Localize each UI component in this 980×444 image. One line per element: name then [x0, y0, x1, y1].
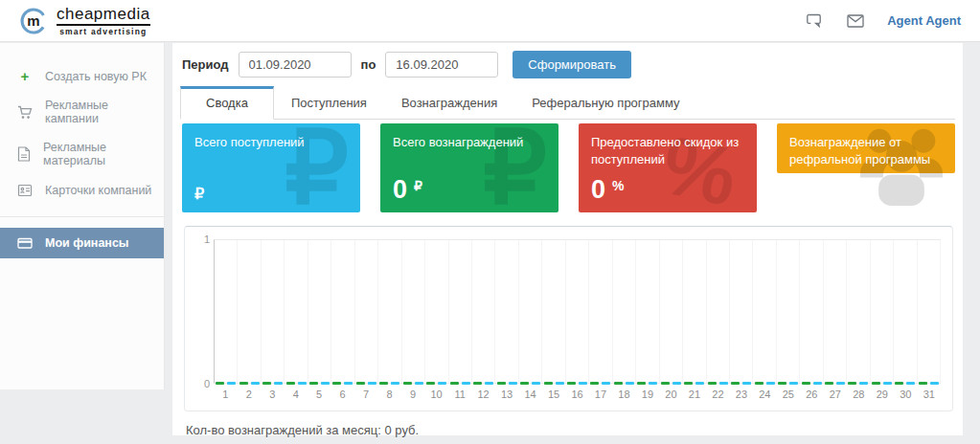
x-tick-label: 7	[354, 388, 377, 400]
x-tick-label: 16	[565, 388, 588, 400]
logo-circle-icon: m	[19, 7, 48, 35]
chart-bar-group-23	[730, 240, 753, 383]
x-tick-label: 28	[847, 388, 870, 400]
period-filter-row: Период по Сформировать	[182, 51, 955, 78]
sidebar-item-my-finances[interactable]: Мои финансы	[0, 228, 164, 258]
card-title: Всего вознаграждений	[393, 134, 546, 151]
x-tick-label: 22	[706, 388, 729, 400]
bar-series-green-day-22	[708, 382, 717, 385]
bar-series-green-day-2	[239, 382, 248, 385]
chart-bar-group-11	[449, 240, 472, 383]
x-tick-label: 10	[424, 388, 447, 400]
chart-bar-group-19	[636, 240, 659, 383]
bar-series-green-day-12	[473, 382, 482, 385]
chart-bar-group-21	[683, 240, 706, 383]
period-from-input[interactable]	[239, 52, 352, 78]
bar-series-green-day-23	[731, 382, 740, 385]
generate-report-button[interactable]: Сформировать	[513, 51, 631, 78]
bar-series-blue-day-2	[251, 382, 260, 385]
bar-series-green-day-5	[309, 382, 318, 385]
bar-series-green-day-26	[802, 382, 810, 385]
bar-series-blue-day-10	[438, 382, 446, 385]
card-value: 0%	[591, 177, 624, 203]
logo-tagline: smart advertising	[59, 28, 147, 36]
bar-series-green-day-15	[544, 382, 553, 385]
bar-series-green-day-29	[872, 382, 880, 385]
cart-icon	[17, 105, 33, 120]
chat-icon[interactable]	[807, 13, 824, 29]
tab-4[interactable]: Реферальную программу	[514, 86, 696, 119]
bar-series-green-day-21	[684, 382, 693, 385]
x-tick-label: 1	[214, 388, 237, 400]
bar-series-blue-day-5	[321, 382, 330, 385]
id-card-icon	[17, 183, 33, 198]
sidebar-item-3[interactable]: Рекламные материалы	[0, 133, 164, 175]
x-tick-label: 23	[730, 388, 753, 400]
bar-series-green-day-19	[637, 382, 646, 385]
bar-series-blue-day-3	[274, 382, 283, 385]
chart-bar-group-25	[777, 240, 800, 383]
bar-series-blue-day-28	[859, 382, 868, 385]
bar-series-blue-day-27	[836, 382, 845, 385]
bar-series-green-day-30	[895, 382, 903, 385]
period-to-input[interactable]	[385, 52, 498, 78]
card-value: ₽	[194, 185, 204, 203]
sidebar-item-1[interactable]: +Создать новую РК	[0, 62, 164, 91]
bar-series-blue-day-14	[532, 382, 540, 385]
bar-series-green-day-3	[262, 382, 271, 385]
bar-series-blue-day-12	[485, 382, 493, 385]
tab-2[interactable]: Поступления	[274, 86, 384, 119]
tab-1[interactable]: Сводка	[180, 86, 274, 120]
user-menu[interactable]: Agent Agent	[887, 13, 961, 28]
bar-series-blue-day-20	[672, 382, 681, 385]
bar-series-green-day-9	[403, 382, 412, 385]
bar-series-green-day-24	[755, 382, 763, 385]
bar-series-green-day-8	[379, 382, 388, 385]
summary-card-4: Вознаграждение от рефральной программы	[777, 123, 955, 173]
chart-bar-group-6	[331, 240, 354, 383]
chart-bar-group-5	[308, 240, 331, 383]
x-tick-label: 4	[284, 388, 307, 400]
x-tick-label: 2	[237, 388, 260, 400]
bar-series-green-day-4	[286, 382, 295, 385]
sidebar-item-label: Мои финансы	[45, 236, 129, 250]
x-tick-label: 3	[261, 388, 284, 400]
bar-series-green-day-14	[520, 382, 529, 385]
chart-bar-group-26	[800, 240, 823, 383]
bar-series-blue-day-7	[368, 382, 376, 385]
x-tick-label: 27	[824, 388, 847, 400]
sidebar-item-2[interactable]: Рекламные кампании	[0, 91, 164, 133]
chart-bar-group-9	[402, 240, 425, 383]
chart-bar-group-18	[613, 240, 636, 383]
period-to-label: по	[361, 57, 376, 72]
x-tick-label: 18	[612, 388, 635, 400]
chart-bar-group-14	[519, 240, 542, 383]
bar-series-green-day-6	[332, 382, 341, 385]
bar-series-blue-day-24	[766, 382, 775, 385]
x-tick-label: 30	[894, 388, 917, 400]
tab-3[interactable]: Вознаграждения	[384, 86, 514, 119]
chart-bar-group-22	[707, 240, 730, 383]
monthly-summary-text: Кол-во вознаграждений за месяц: 0 руб.	[186, 423, 953, 437]
logo[interactable]: m cheapmedia smart advertising	[19, 6, 150, 36]
sidebar-item-label: Карточки компаний	[45, 184, 151, 197]
sidebar-item-4[interactable]: Карточки компаний	[0, 175, 164, 206]
bar-series-blue-day-18	[626, 382, 634, 385]
chart-bar-group-16	[566, 240, 589, 383]
bar-series-blue-day-29	[883, 382, 892, 385]
bar-series-blue-day-4	[298, 382, 307, 385]
x-tick-label: 8	[377, 388, 400, 400]
bar-series-green-day-31	[919, 382, 927, 385]
chart-panel: 1 0 123456789101112131415161718192021222…	[184, 226, 953, 411]
bar-series-green-day-27	[825, 382, 833, 385]
plus-icon: +	[17, 71, 33, 82]
bar-series-green-day-18	[614, 382, 623, 385]
chart-bar-group-27	[824, 240, 847, 383]
chart-bar-group-17	[589, 240, 612, 383]
bar-series-green-day-11	[450, 382, 459, 385]
document-icon	[17, 146, 31, 162]
bar-series-green-day-25	[778, 382, 786, 385]
chart-bar-group-28	[847, 240, 870, 383]
mail-icon[interactable]	[847, 14, 864, 28]
x-axis-labels: 1234567891011121314151617181920212223242…	[214, 388, 941, 400]
